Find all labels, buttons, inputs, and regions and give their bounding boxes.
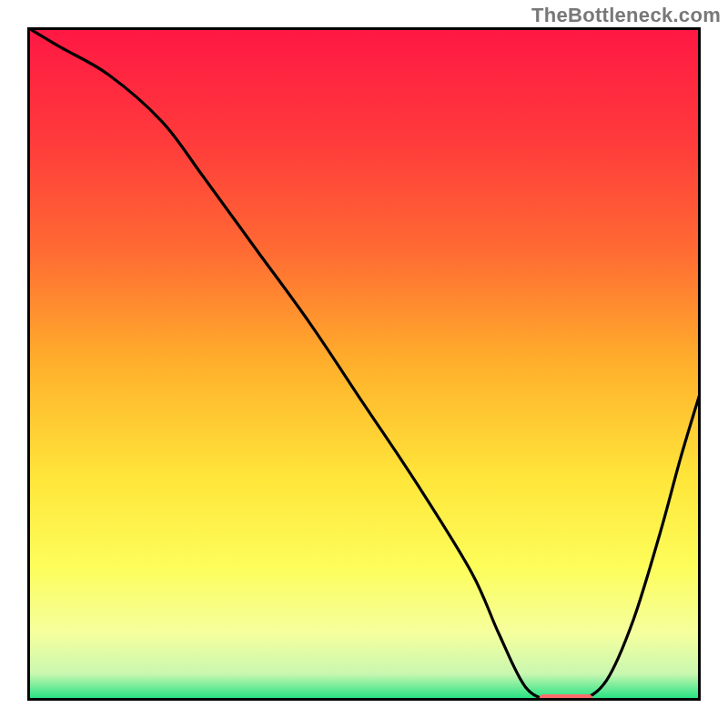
watermark-text: TheBottleneck.com (531, 4, 721, 27)
plot-area (27, 27, 701, 701)
chart-container: TheBottleneck.com (0, 0, 728, 728)
chart-frame (27, 27, 701, 701)
axes-box (29, 29, 700, 700)
